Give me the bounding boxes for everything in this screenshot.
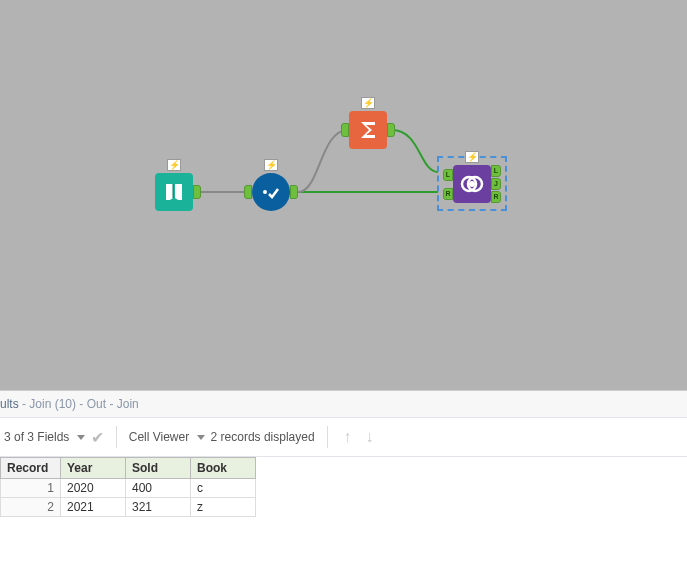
node-select[interactable]: ⚡ — [252, 173, 290, 211]
column-header-book[interactable]: Book — [191, 458, 256, 479]
anchor-output[interactable] — [387, 123, 395, 137]
results-grid[interactable]: Record Year Sold Book 1 2020 400 c 2 — [0, 457, 687, 517]
table-row[interactable]: 1 2020 400 c — [1, 479, 256, 498]
workflow-canvas[interactable]: ⚡ ⚡ ⚡ ⚡ L R — [0, 0, 687, 390]
cell-viewer-label: Cell Viewer — [129, 430, 189, 444]
join-input-anchors: L R — [443, 165, 453, 203]
chevron-down-icon — [77, 435, 85, 440]
lightning-icon: ⚡ — [361, 97, 375, 109]
table-row[interactable]: 2 2021 321 z — [1, 498, 256, 517]
anchor-output[interactable] — [290, 185, 298, 199]
anchor-output[interactable] — [193, 185, 201, 199]
records-displayed-label: 2 records displayed — [211, 430, 315, 444]
fields-count-label: 3 of 3 Fields — [4, 430, 69, 444]
column-header-sold[interactable]: Sold — [126, 458, 191, 479]
up-arrow-button[interactable]: ↑ — [340, 428, 356, 446]
table-header-row: Record Year Sold Book — [1, 458, 256, 479]
separator — [116, 426, 117, 448]
book-icon — [162, 180, 186, 204]
column-header-record[interactable]: Record — [1, 458, 61, 479]
down-arrow-button[interactable]: ↓ — [362, 428, 378, 446]
join-icon — [460, 172, 484, 196]
anchor-output-J[interactable]: J — [491, 178, 501, 190]
svg-point-1 — [263, 190, 267, 194]
lightning-icon: ⚡ — [167, 159, 181, 171]
results-toolbar: 3 of 3 Fields ✔ Cell Viewer 2 records di… — [0, 417, 687, 457]
check-icon[interactable]: ✔ — [91, 428, 104, 447]
lightning-icon: ⚡ — [465, 151, 479, 163]
cell-sold: 400 — [126, 479, 191, 498]
breadcrumb-prefix: ults — [0, 397, 19, 411]
svg-point-4 — [469, 181, 475, 187]
chevron-down-icon — [197, 435, 205, 440]
anchor-output-R[interactable]: R — [491, 191, 501, 203]
anchor-input-R[interactable]: R — [443, 188, 453, 200]
breadcrumb-path: - Join (10) - Out - Join — [19, 397, 139, 411]
anchor-input[interactable] — [244, 185, 252, 199]
node-summarize[interactable]: ⚡ — [349, 111, 387, 149]
cell-year: 2021 — [61, 498, 126, 517]
separator — [327, 426, 328, 448]
fields-dropdown[interactable]: 3 of 3 Fields — [4, 430, 85, 444]
node-input-data[interactable]: ⚡ — [155, 173, 193, 211]
cell-sold: 321 — [126, 498, 191, 517]
results-panel: ults - Join (10) - Out - Join 3 of 3 Fie… — [0, 390, 687, 582]
anchor-input[interactable] — [341, 123, 349, 137]
anchor-output-L[interactable]: L — [491, 165, 501, 177]
join-output-anchors: L J R — [491, 165, 501, 203]
sigma-icon — [356, 118, 380, 142]
cell-book: z — [191, 498, 256, 517]
lightning-icon: ⚡ — [264, 159, 278, 171]
cell-record: 2 — [1, 498, 61, 517]
column-header-year[interactable]: Year — [61, 458, 126, 479]
cell-viewer-dropdown[interactable]: Cell Viewer — [129, 430, 205, 444]
connection-wires — [0, 0, 687, 390]
select-icon — [259, 180, 283, 204]
node-join[interactable]: ⚡ L R L J R — [453, 165, 491, 203]
cell-year: 2020 — [61, 479, 126, 498]
anchor-input-L[interactable]: L — [443, 169, 453, 181]
results-breadcrumb: ults - Join (10) - Out - Join — [0, 391, 687, 417]
cell-book: c — [191, 479, 256, 498]
cell-record: 1 — [1, 479, 61, 498]
